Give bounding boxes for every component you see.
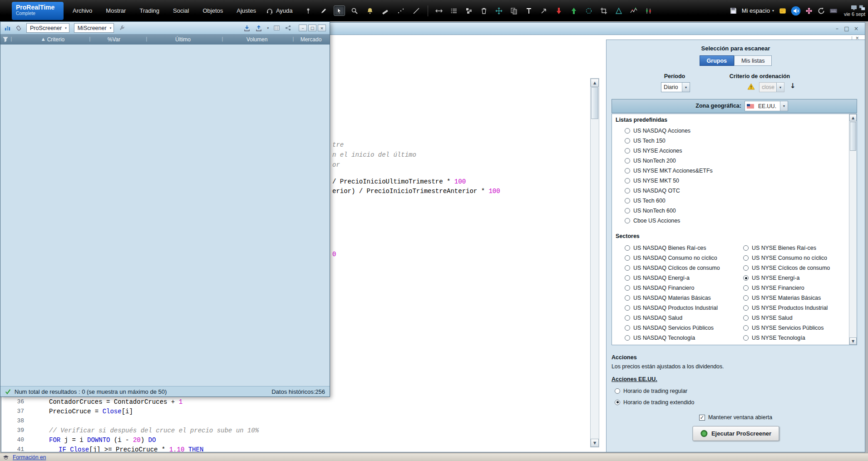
hours-option-horario-de-trading-regular[interactable]: Horario de trading regular bbox=[615, 385, 694, 397]
scroll-down-button[interactable]: ▼ bbox=[849, 337, 857, 345]
radio-button[interactable] bbox=[743, 245, 749, 251]
training-link[interactable]: Formación en bbox=[13, 454, 46, 461]
menu-ajustes[interactable]: Ajustes bbox=[236, 6, 257, 15]
pin-icon[interactable] bbox=[303, 5, 314, 16]
lasso-tool-icon[interactable] bbox=[583, 5, 595, 16]
table-view-icon[interactable] bbox=[273, 25, 280, 31]
alerts-bell-icon[interactable] bbox=[365, 5, 376, 16]
radio-button[interactable] bbox=[743, 255, 749, 261]
radio-button[interactable] bbox=[625, 305, 630, 311]
scrollbar-thumb[interactable] bbox=[850, 122, 856, 151]
scroll-down-button[interactable]: ▼ bbox=[591, 439, 599, 447]
watchlist-icon[interactable] bbox=[449, 5, 460, 16]
zigzag-tool-icon[interactable] bbox=[628, 5, 640, 16]
proscreener-titlebar[interactable]: ProScreener ▾ MiScreener ▾ ▾ –□× bbox=[0, 22, 330, 35]
radio-button[interactable] bbox=[743, 265, 749, 271]
chevron-down-icon[interactable]: ▾ bbox=[267, 26, 269, 30]
duplicate-tool-icon[interactable] bbox=[508, 5, 520, 16]
sector-option-us-nyse-salud[interactable]: US NYSE Salud bbox=[743, 313, 830, 323]
radio-button[interactable] bbox=[625, 255, 630, 261]
monitor-icon[interactable] bbox=[851, 5, 857, 11]
sector-option-us-nasdaq-financiero[interactable]: US NASDAQ Financiero bbox=[625, 283, 720, 293]
radio-button[interactable] bbox=[743, 285, 749, 291]
sector-option-us-nasdaq-productos-industrial[interactable]: US NASDAQ Productos Industrial bbox=[625, 303, 720, 313]
minimize-button[interactable]: – bbox=[834, 25, 840, 32]
close-button[interactable]: × bbox=[318, 25, 326, 31]
menu-objetos[interactable]: Objetos bbox=[202, 6, 224, 15]
triangle-tool-icon[interactable] bbox=[613, 5, 625, 16]
column-header-volumen[interactable]: Volumen bbox=[235, 36, 279, 43]
radio-button[interactable] bbox=[625, 335, 630, 341]
compare-icon[interactable] bbox=[434, 5, 445, 16]
radio-button[interactable] bbox=[625, 168, 630, 173]
list-selector[interactable]: MiScreener ▾ bbox=[74, 23, 114, 33]
maximize-button[interactable]: □ bbox=[308, 25, 316, 31]
scroll-up-button[interactable]: ▲ bbox=[849, 114, 857, 121]
sort-direction-button[interactable]: ↓ bbox=[790, 82, 796, 90]
sector-option-us-nyse-energ-a[interactable]: US NYSE Energí-a bbox=[743, 273, 830, 283]
export-icon[interactable] bbox=[255, 25, 262, 32]
results-column-header[interactable]: |||||▲Criterio%VarÚltimoVolumenMercado bbox=[0, 35, 330, 45]
sector-option-us-nasdaq-servicios-p-blicos[interactable]: US NASDAQ Servicios Públicos bbox=[625, 323, 720, 333]
code-scrollbar[interactable]: ▲ ▼ bbox=[590, 78, 599, 447]
screener-selector[interactable]: ProScreener ▾ bbox=[26, 23, 69, 33]
pencil-tool-icon[interactable] bbox=[318, 5, 330, 16]
radio-button[interactable] bbox=[743, 275, 749, 281]
link-icon[interactable] bbox=[15, 25, 22, 31]
premium-icon[interactable] bbox=[805, 7, 813, 15]
scroll-up-button[interactable]: ▲ bbox=[591, 79, 599, 87]
list-option-us-nyse-mkt-50[interactable]: US NYSE MKT 50 bbox=[625, 176, 713, 186]
radio-button[interactable] bbox=[625, 208, 630, 213]
radio-button[interactable] bbox=[625, 178, 630, 183]
radio-button[interactable] bbox=[615, 388, 620, 394]
hours-option-horario-de-trading-extendido[interactable]: Horario de trading extendido bbox=[615, 397, 694, 408]
list-option-us-tech-600[interactable]: US Tech 600 bbox=[625, 196, 713, 206]
menu-social[interactable]: Social bbox=[172, 6, 190, 15]
radio-button[interactable] bbox=[625, 128, 630, 134]
radio-button[interactable] bbox=[743, 295, 749, 301]
arrow-tool-icon[interactable] bbox=[538, 5, 550, 16]
sector-option-us-nyse-bienes-ra-ces[interactable]: US NYSE Bienes Raí-ces bbox=[743, 243, 830, 253]
sector-option-us-nasdaq-tecnolog-a[interactable]: US NASDAQ Tecnología bbox=[625, 333, 720, 343]
scatter-icon[interactable] bbox=[464, 5, 475, 16]
share-icon[interactable] bbox=[285, 25, 291, 31]
maximize-button[interactable]: □ bbox=[843, 25, 850, 32]
sector-option-us-nasdaq-bienes-ra-ces[interactable]: US NASDAQ Bienes Raí-ces bbox=[625, 243, 720, 253]
radio-button[interactable] bbox=[625, 218, 630, 223]
sector-option-us-nasdaq-c-clicos-de-consumo[interactable]: US NASDAQ Cíclicos de consumo bbox=[625, 263, 720, 273]
trendline-tool-icon[interactable] bbox=[411, 5, 422, 16]
menu-trading[interactable]: Trading bbox=[138, 6, 160, 15]
radio-button[interactable] bbox=[743, 335, 749, 341]
list-option-us-nasdaq-acciones[interactable]: US NASDAQ Acciones bbox=[625, 126, 713, 136]
list-option-us-nyse-mkt-acciones-etfs[interactable]: US NYSE MKT Acciones&ETFs bbox=[625, 166, 713, 176]
radio-button[interactable] bbox=[625, 158, 630, 164]
sector-option-us-nyse-tecnolog-a[interactable]: US NYSE Tecnología bbox=[743, 333, 830, 343]
list-option-us-nasdaq-otc[interactable]: US NASDAQ OTC bbox=[625, 186, 713, 196]
filter-funnel-icon[interactable] bbox=[2, 36, 9, 42]
period-select[interactable]: Diario ▼ bbox=[661, 82, 690, 92]
sector-option-us-nyse-productos-industrial[interactable]: US NYSE Productos Industrial bbox=[743, 303, 830, 313]
radio-button[interactable] bbox=[625, 275, 630, 281]
ruler-tool-icon[interactable] bbox=[380, 5, 391, 16]
keyboard-icon[interactable] bbox=[829, 7, 838, 15]
delete-tool-icon[interactable] bbox=[478, 5, 490, 16]
radio-button[interactable] bbox=[625, 188, 630, 193]
radio-button[interactable] bbox=[743, 305, 749, 311]
menu-archivo[interactable]: Archivo bbox=[72, 6, 93, 15]
move-tool-icon[interactable] bbox=[493, 5, 505, 16]
radio-button[interactable] bbox=[743, 315, 749, 321]
crop-tool-icon[interactable] bbox=[598, 5, 610, 16]
sector-option-us-nasdaq-materias-b-sicas[interactable]: US NASDAQ Materias Básicas bbox=[625, 293, 720, 303]
workspaces-icon[interactable] bbox=[859, 5, 865, 11]
keep-open-checkbox[interactable]: ✓ bbox=[699, 415, 705, 421]
points-tool-icon[interactable] bbox=[395, 5, 407, 16]
run-proscreener-button[interactable]: Ejecutar ProScreener bbox=[692, 426, 779, 441]
save-icon[interactable] bbox=[730, 7, 737, 15]
column-header-mercado[interactable]: Mercado bbox=[293, 36, 329, 43]
radio-button[interactable] bbox=[615, 400, 620, 405]
list-option-us-nyse-acciones[interactable]: US NYSE Acciones bbox=[625, 146, 713, 156]
import-icon[interactable] bbox=[243, 25, 251, 32]
zoom-tool-icon[interactable] bbox=[349, 5, 360, 16]
column-header-ltimo[interactable]: Último bbox=[162, 36, 204, 43]
radio-button[interactable] bbox=[625, 295, 630, 301]
